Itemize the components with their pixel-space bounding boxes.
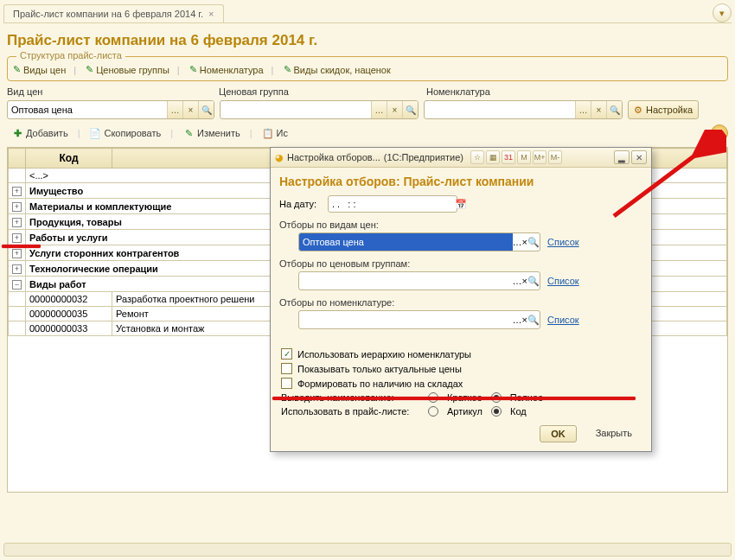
checkbox-label: Формировать по наличию на складах xyxy=(297,379,463,389)
pencil-icon: ✎ xyxy=(13,64,21,75)
tab-close-icon[interactable]: × xyxy=(208,9,214,19)
list-link[interactable]: Список xyxy=(547,276,579,286)
annotation-underline xyxy=(2,245,41,248)
combo-price-group[interactable]: … × 🔍 xyxy=(220,100,419,119)
ellipsis-icon[interactable]: … xyxy=(513,315,522,325)
label-price-group: Ценовая группа xyxy=(219,86,426,97)
filter-label-price-types: Отборы по видам цен: xyxy=(279,220,642,230)
radio-code[interactable] xyxy=(491,406,502,417)
pencil-icon: ✎ xyxy=(189,64,197,75)
copy-icon: 📄 xyxy=(89,128,101,139)
input-nomenclature[interactable] xyxy=(425,101,575,118)
tool-icon[interactable]: ☆ xyxy=(470,150,484,164)
pricelist-mode-label: Использовать в прайс-листе: xyxy=(281,406,419,417)
pencil-icon: ✎ xyxy=(86,64,93,75)
close-icon[interactable]: ✕ xyxy=(631,150,647,164)
checkbox-label: Использовать иерархию номенклатуры xyxy=(297,349,471,360)
input-price-type[interactable] xyxy=(8,101,167,118)
structure-groupbox: Структура прайс-листа ✎Виды цен| ✎Ценовы… xyxy=(7,56,728,81)
search-icon[interactable]: 🔍 xyxy=(606,101,622,118)
filter-input-nomenclature[interactable]: … × 🔍 xyxy=(298,310,540,329)
combo-price-type[interactable]: … × 🔍 xyxy=(7,100,214,119)
settings-button[interactable]: ⚙ Настройка xyxy=(628,100,699,119)
tab-title: Прайс-лист компании на 6 февраля 2014 г. xyxy=(13,9,203,19)
expand-icon[interactable]: + xyxy=(12,264,22,274)
combo-nomenclature[interactable]: … × 🔍 xyxy=(424,100,623,119)
search-icon[interactable]: 🔍 xyxy=(527,237,540,248)
m-plus-button[interactable]: M+ xyxy=(533,150,546,164)
horizontal-scrollbar[interactable] xyxy=(3,543,732,557)
dialog-heading: Настройка отборов: Прайс-лист компании xyxy=(279,175,642,188)
structure-nomenclature[interactable]: ✎Номенклатура| xyxy=(189,64,274,75)
edit-button[interactable]: ✎Изменить xyxy=(178,125,245,142)
dialog-title: Настройка отборов... xyxy=(287,152,380,162)
minimize-icon[interactable]: ▂ xyxy=(614,150,630,164)
ellipsis-icon[interactable]: … xyxy=(513,276,522,286)
annotation-underline xyxy=(272,397,636,400)
pencil-icon: ✎ xyxy=(284,64,291,75)
search-icon[interactable]: 🔍 xyxy=(527,315,540,326)
pencil-icon: ✎ xyxy=(182,128,195,139)
filter-label-price-groups: Отборы по ценовым группам: xyxy=(279,258,642,269)
m-minus-button[interactable]: M- xyxy=(548,150,562,164)
search-icon[interactable]: 🔍 xyxy=(527,276,540,287)
add-button[interactable]: ✚Добавить xyxy=(7,125,73,142)
input-price-group[interactable] xyxy=(220,101,371,118)
date-label: На дату: xyxy=(279,199,323,209)
history-icon: 📋 xyxy=(262,128,274,139)
history-button[interactable]: 📋Ис xyxy=(258,125,292,142)
checkbox-label: Показывать только актуальные цены xyxy=(297,364,462,374)
plus-icon: ✚ xyxy=(11,128,23,139)
checkbox-by-stock[interactable] xyxy=(281,378,292,389)
ellipsis-icon[interactable]: … xyxy=(167,101,182,118)
checkbox-use-hierarchy[interactable]: ✓ xyxy=(281,348,292,360)
search-icon[interactable]: 🔍 xyxy=(198,101,214,118)
ellipsis-icon[interactable]: … xyxy=(371,101,387,118)
search-icon[interactable]: 🔍 xyxy=(402,101,418,118)
expand-icon[interactable]: + xyxy=(12,249,22,258)
filter-label-nomenclature: Отборы по номенклатуре: xyxy=(279,297,642,308)
m-button[interactable]: M xyxy=(517,150,531,164)
collapse-panel-button[interactable]: ▾ xyxy=(713,3,732,22)
expand-icon[interactable]: + xyxy=(12,233,22,243)
help-button[interactable]: ? xyxy=(711,124,728,142)
selected-value: Оптовая цена xyxy=(299,233,513,251)
date-input[interactable]: 📅 xyxy=(328,195,457,213)
close-button[interactable]: Закрыть xyxy=(585,425,642,442)
list-link[interactable]: Список xyxy=(547,237,579,247)
app-logo-icon: ◕ xyxy=(275,152,284,163)
expand-icon[interactable]: + xyxy=(12,187,22,196)
collapse-icon[interactable]: − xyxy=(12,280,22,290)
calc-icon[interactable]: ▦ xyxy=(486,150,500,164)
structure-price-types[interactable]: ✎Виды цен| xyxy=(13,64,76,75)
checkbox-only-actual[interactable] xyxy=(281,363,292,374)
page-title: Прайс-лист компании на 6 февраля 2014 г. xyxy=(7,32,728,49)
clear-icon[interactable]: × xyxy=(591,101,606,118)
list-link[interactable]: Список xyxy=(547,315,579,325)
clear-icon[interactable]: × xyxy=(387,101,402,118)
ok-button[interactable]: OK xyxy=(540,425,577,442)
clear-icon[interactable]: × xyxy=(182,101,198,118)
calendar-picker-icon[interactable]: 📅 xyxy=(455,199,467,210)
groupbox-title: Структура прайс-листа xyxy=(16,50,125,60)
radio-article[interactable] xyxy=(428,406,438,417)
dialog-subtitle: (1С:Предприятие) xyxy=(384,152,463,162)
tab-pricelist[interactable]: Прайс-лист компании на 6 февраля 2014 г.… xyxy=(3,4,224,22)
label-nomenclature: Номенклатура xyxy=(426,86,728,97)
filter-settings-dialog: ◕ Настройка отборов... (1С:Предприятие) … xyxy=(270,147,652,452)
expand-icon[interactable]: + xyxy=(12,218,22,227)
copy-button[interactable]: 📄Скопировать xyxy=(85,125,165,142)
filter-input-price-groups[interactable]: … × 🔍 xyxy=(298,271,540,290)
structure-price-groups[interactable]: ✎Ценовые группы| xyxy=(86,64,180,75)
ellipsis-icon[interactable]: … xyxy=(513,237,522,247)
col-code[interactable]: Код xyxy=(26,149,112,169)
filter-input-price-types[interactable]: Оптовая цена … × 🔍 xyxy=(298,232,540,251)
calendar-icon[interactable]: 31 xyxy=(502,150,515,164)
ellipsis-icon[interactable]: … xyxy=(575,101,591,118)
expand-icon[interactable]: + xyxy=(12,202,22,212)
label-price-type: Вид цен xyxy=(7,86,219,97)
structure-discounts[interactable]: ✎Виды скидок, наценок xyxy=(284,64,391,75)
gear-icon: ⚙ xyxy=(634,105,642,116)
